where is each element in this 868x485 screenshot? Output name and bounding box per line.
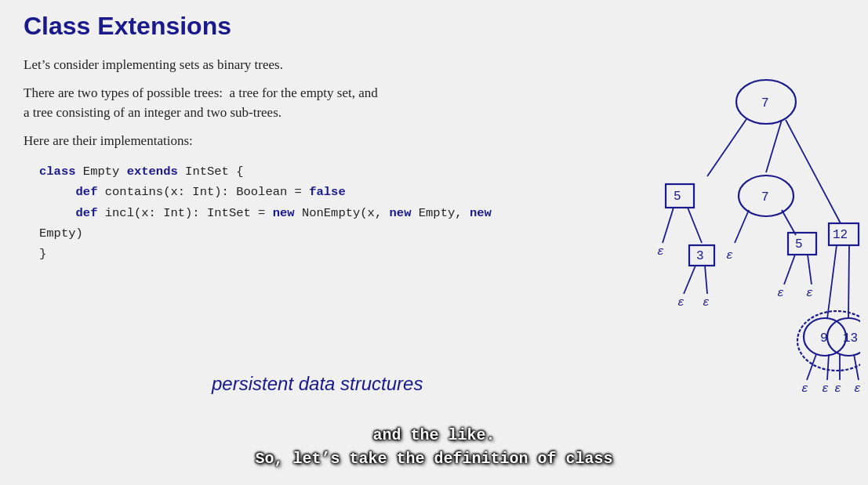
svg-text:12: 12 — [833, 228, 848, 242]
svg-line-36 — [827, 354, 829, 380]
tree-diagram: .hand { font-family: 'Courier New', mono… — [523, 43, 860, 451]
svg-text:5: 5 — [795, 237, 803, 252]
tree-svg: .hand { font-family: 'Courier New', mono… — [523, 43, 860, 451]
code-line-1: class Empty extends IntSet { — [39, 161, 533, 182]
svg-text:3: 3 — [696, 249, 704, 263]
keyword-new3: new — [470, 206, 492, 220]
svg-text:ε: ε — [806, 287, 813, 300]
code-line-3: def incl(x: Int): IntSet = new NonEmpty(… — [39, 203, 533, 244]
code-line-4: } — [39, 244, 533, 264]
svg-line-13 — [684, 266, 695, 294]
keyword-new2: new — [390, 206, 412, 220]
svg-line-27 — [786, 120, 841, 223]
svg-line-19 — [735, 210, 749, 243]
svg-text:7: 7 — [761, 96, 769, 110]
paragraph-2: There are two types of possible trees: a… — [24, 83, 533, 123]
slide: Class Extensions Let’s consider implemen… — [0, 0, 868, 485]
keyword-def2: def — [76, 206, 98, 220]
svg-line-21 — [784, 255, 795, 284]
svg-text:ε: ε — [726, 249, 733, 262]
paragraph-1: Let’s consider implementing sets as bina… — [24, 55, 533, 75]
annotation-text: persistent data structures — [212, 373, 423, 395]
svg-text:13: 13 — [843, 331, 858, 346]
subtitle-line-1: and the like. — [0, 424, 868, 447]
keyword-new: new — [273, 206, 295, 220]
body-text: Let’s consider implementing sets as bina… — [24, 55, 533, 268]
code-line-2: def contains(x: Int): Boolean = false — [39, 182, 533, 202]
svg-text:7: 7 — [761, 190, 769, 204]
subtitles-area: and the like. So, let’s take the definit… — [0, 424, 868, 471]
svg-text:ε: ε — [777, 287, 784, 300]
svg-line-34 — [807, 354, 816, 380]
svg-line-10 — [688, 208, 702, 243]
keyword-false: false — [309, 185, 346, 199]
svg-line-2 — [707, 119, 746, 176]
keyword-extends: extends — [127, 165, 178, 179]
svg-line-33 — [848, 245, 849, 319]
paragraph-3: Here are their implementations: — [24, 131, 533, 151]
subtitle-line-2: So, let’s take the definition of class — [0, 447, 868, 471]
page-title: Class Extensions — [24, 8, 844, 41]
keyword-class: class — [39, 165, 76, 179]
keyword-def1: def — [76, 185, 98, 199]
svg-line-8 — [663, 208, 674, 243]
svg-text:ε: ε — [657, 245, 664, 259]
svg-text:ε: ε — [822, 382, 829, 396]
svg-line-3 — [766, 120, 782, 172]
svg-line-32 — [827, 245, 837, 319]
svg-line-15 — [705, 266, 707, 294]
svg-text:ε: ε — [854, 382, 860, 396]
svg-text:ε: ε — [801, 382, 808, 396]
svg-text:ε: ε — [677, 296, 685, 309]
svg-text:ε: ε — [834, 382, 841, 396]
code-block: class Empty extends IntSet { def contain… — [24, 158, 533, 268]
svg-text:5: 5 — [674, 190, 681, 204]
svg-text:ε: ε — [703, 296, 710, 309]
svg-line-20 — [782, 210, 796, 235]
svg-line-23 — [808, 255, 812, 284]
